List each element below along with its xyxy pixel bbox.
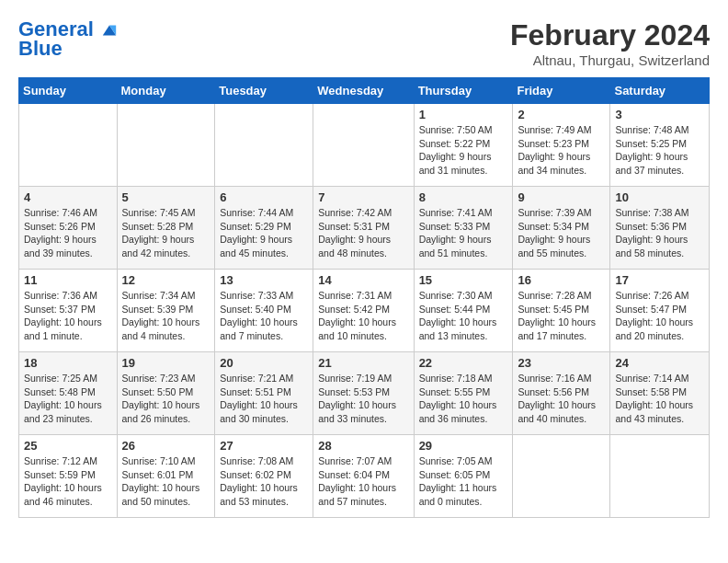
day-info-23: Sunrise: 7:16 AM Sunset: 5:56 PM Dayligh…: [518, 372, 605, 426]
cell-0-5: 2Sunrise: 7:49 AM Sunset: 5:23 PM Daylig…: [513, 104, 610, 187]
cell-0-6: 3Sunrise: 7:48 AM Sunset: 5:25 PM Daylig…: [610, 104, 710, 187]
day-number-2: 2: [518, 108, 605, 121]
day-number-25: 25: [24, 439, 112, 453]
header-sunday: Sunday: [19, 78, 118, 104]
day-number-9: 9: [518, 190, 605, 204]
logo-icon: [101, 22, 118, 39]
day-info-25: Sunrise: 7:12 AM Sunset: 5:59 PM Dayligh…: [24, 454, 112, 509]
month-year: February 2024: [510, 18, 710, 52]
cell-4-5: [513, 435, 610, 518]
day-info-9: Sunrise: 7:39 AM Sunset: 5:34 PM Dayligh…: [518, 206, 605, 260]
cell-3-3: 21Sunrise: 7:19 AM Sunset: 5:53 PM Dayli…: [313, 352, 414, 435]
day-info-12: Sunrise: 7:34 AM Sunset: 5:39 PM Dayligh…: [122, 289, 210, 343]
day-info-14: Sunrise: 7:31 AM Sunset: 5:42 PM Dayligh…: [318, 289, 408, 343]
week-row-3: 11Sunrise: 7:36 AM Sunset: 5:37 PM Dayli…: [19, 270, 710, 352]
day-number-23: 23: [518, 356, 605, 370]
header-friday: Friday: [513, 78, 610, 104]
day-info-2: Sunrise: 7:49 AM Sunset: 5:23 PM Dayligh…: [518, 123, 605, 178]
cell-4-3: 28Sunrise: 7:07 AM Sunset: 6:04 PM Dayli…: [313, 435, 414, 518]
header-saturday: Saturday: [610, 78, 710, 104]
cell-2-1: 12Sunrise: 7:34 AM Sunset: 5:39 PM Dayli…: [117, 270, 215, 352]
day-info-27: Sunrise: 7:08 AM Sunset: 6:02 PM Dayligh…: [220, 454, 308, 509]
cell-2-6: 17Sunrise: 7:26 AM Sunset: 5:47 PM Dayli…: [610, 270, 710, 352]
cell-3-6: 24Sunrise: 7:14 AM Sunset: 5:58 PM Dayli…: [610, 352, 710, 435]
day-info-6: Sunrise: 7:44 AM Sunset: 5:29 PM Dayligh…: [220, 206, 308, 260]
day-info-8: Sunrise: 7:41 AM Sunset: 5:33 PM Dayligh…: [419, 206, 508, 260]
cell-2-5: 16Sunrise: 7:28 AM Sunset: 5:45 PM Dayli…: [513, 270, 610, 352]
day-info-17: Sunrise: 7:26 AM Sunset: 5:47 PM Dayligh…: [615, 289, 704, 343]
day-info-22: Sunrise: 7:18 AM Sunset: 5:55 PM Dayligh…: [419, 372, 508, 426]
day-number-10: 10: [615, 190, 704, 204]
day-info-11: Sunrise: 7:36 AM Sunset: 5:37 PM Dayligh…: [24, 289, 112, 343]
cell-4-4: 29Sunrise: 7:05 AM Sunset: 6:05 PM Dayli…: [414, 435, 513, 518]
header-tuesday: Tuesday: [215, 78, 313, 104]
day-info-20: Sunrise: 7:21 AM Sunset: 5:51 PM Dayligh…: [220, 372, 308, 426]
day-number-16: 16: [518, 273, 605, 287]
cell-4-1: 26Sunrise: 7:10 AM Sunset: 6:01 PM Dayli…: [117, 435, 215, 518]
day-number-24: 24: [615, 356, 704, 370]
day-info-7: Sunrise: 7:42 AM Sunset: 5:31 PM Dayligh…: [318, 206, 408, 260]
day-number-7: 7: [318, 190, 408, 204]
day-number-5: 5: [122, 190, 210, 204]
day-number-6: 6: [220, 190, 308, 204]
day-info-16: Sunrise: 7:28 AM Sunset: 5:45 PM Dayligh…: [518, 289, 605, 343]
cell-4-6: [610, 435, 710, 518]
day-number-19: 19: [122, 356, 210, 370]
logo: General Blue: [18, 18, 118, 61]
cell-1-6: 10Sunrise: 7:38 AM Sunset: 5:36 PM Dayli…: [610, 187, 710, 270]
cell-1-2: 6Sunrise: 7:44 AM Sunset: 5:29 PM Daylig…: [215, 187, 313, 270]
day-number-4: 4: [24, 190, 112, 204]
day-number-8: 8: [419, 190, 508, 204]
cell-3-2: 20Sunrise: 7:21 AM Sunset: 5:51 PM Dayli…: [215, 352, 313, 435]
header: General Blue February 2024 Altnau, Thurg…: [18, 18, 710, 68]
day-number-1: 1: [419, 108, 508, 121]
header-monday: Monday: [117, 78, 215, 104]
day-number-14: 14: [318, 273, 408, 287]
cell-0-0: [19, 104, 118, 187]
day-info-29: Sunrise: 7:05 AM Sunset: 6:05 PM Dayligh…: [419, 454, 508, 509]
cell-0-2: [215, 104, 313, 187]
cell-0-3: [313, 104, 414, 187]
day-info-1: Sunrise: 7:50 AM Sunset: 5:22 PM Dayligh…: [419, 123, 508, 178]
cell-0-1: [117, 104, 215, 187]
week-row-1: 1Sunrise: 7:50 AM Sunset: 5:22 PM Daylig…: [19, 104, 710, 187]
cell-1-0: 4Sunrise: 7:46 AM Sunset: 5:26 PM Daylig…: [19, 187, 118, 270]
title-area: February 2024 Altnau, Thurgau, Switzerla…: [510, 18, 710, 68]
cell-4-0: 25Sunrise: 7:12 AM Sunset: 5:59 PM Dayli…: [19, 435, 118, 518]
day-info-3: Sunrise: 7:48 AM Sunset: 5:25 PM Dayligh…: [615, 123, 704, 178]
day-info-21: Sunrise: 7:19 AM Sunset: 5:53 PM Dayligh…: [318, 372, 408, 426]
cell-2-2: 13Sunrise: 7:33 AM Sunset: 5:40 PM Dayli…: [215, 270, 313, 352]
day-number-22: 22: [419, 356, 508, 370]
day-number-3: 3: [615, 108, 704, 121]
day-info-26: Sunrise: 7:10 AM Sunset: 6:01 PM Dayligh…: [122, 454, 210, 509]
cell-1-1: 5Sunrise: 7:45 AM Sunset: 5:28 PM Daylig…: [117, 187, 215, 270]
day-number-29: 29: [419, 439, 508, 453]
calendar-table: SundayMondayTuesdayWednesdayThursdayFrid…: [18, 77, 710, 518]
day-number-20: 20: [220, 356, 308, 370]
day-info-4: Sunrise: 7:46 AM Sunset: 5:26 PM Dayligh…: [24, 206, 112, 260]
day-info-28: Sunrise: 7:07 AM Sunset: 6:04 PM Dayligh…: [318, 454, 408, 509]
cell-1-5: 9Sunrise: 7:39 AM Sunset: 5:34 PM Daylig…: [513, 187, 610, 270]
day-number-28: 28: [318, 439, 408, 453]
day-number-15: 15: [419, 273, 508, 287]
day-info-18: Sunrise: 7:25 AM Sunset: 5:48 PM Dayligh…: [24, 372, 112, 426]
header-row: SundayMondayTuesdayWednesdayThursdayFrid…: [19, 78, 710, 104]
day-info-19: Sunrise: 7:23 AM Sunset: 5:50 PM Dayligh…: [122, 372, 210, 426]
location: Altnau, Thurgau, Switzerland: [510, 52, 710, 68]
cell-3-4: 22Sunrise: 7:18 AM Sunset: 5:55 PM Dayli…: [414, 352, 513, 435]
day-number-17: 17: [615, 273, 704, 287]
cell-0-4: 1Sunrise: 7:50 AM Sunset: 5:22 PM Daylig…: [414, 104, 513, 187]
week-row-5: 25Sunrise: 7:12 AM Sunset: 5:59 PM Dayli…: [19, 435, 710, 518]
cell-1-4: 8Sunrise: 7:41 AM Sunset: 5:33 PM Daylig…: [414, 187, 513, 270]
day-number-18: 18: [24, 356, 112, 370]
cell-4-2: 27Sunrise: 7:08 AM Sunset: 6:02 PM Dayli…: [215, 435, 313, 518]
day-number-12: 12: [122, 273, 210, 287]
day-number-21: 21: [318, 356, 408, 370]
day-info-13: Sunrise: 7:33 AM Sunset: 5:40 PM Dayligh…: [220, 289, 308, 343]
cell-3-5: 23Sunrise: 7:16 AM Sunset: 5:56 PM Dayli…: [513, 352, 610, 435]
cell-2-3: 14Sunrise: 7:31 AM Sunset: 5:42 PM Dayli…: [313, 270, 414, 352]
day-info-10: Sunrise: 7:38 AM Sunset: 5:36 PM Dayligh…: [615, 206, 704, 260]
day-number-26: 26: [122, 439, 210, 453]
cell-3-0: 18Sunrise: 7:25 AM Sunset: 5:48 PM Dayli…: [19, 352, 118, 435]
cell-2-0: 11Sunrise: 7:36 AM Sunset: 5:37 PM Dayli…: [19, 270, 118, 352]
